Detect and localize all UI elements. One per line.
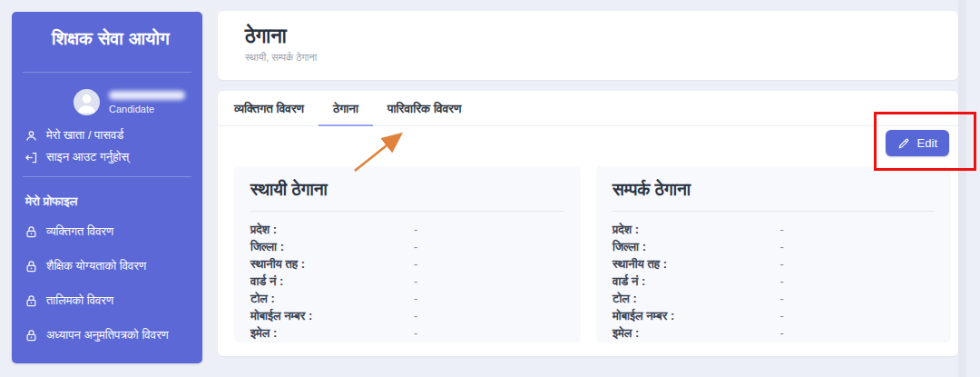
field-value: -	[414, 223, 417, 236]
field-row-email: इमेल : -	[612, 326, 935, 343]
field-label: इमेल :	[612, 326, 639, 340]
field-value: -	[780, 274, 784, 288]
page-header-card: ठेगाना स्थायी, सम्पर्क ठेगाना	[218, 11, 958, 80]
field-value: -	[414, 309, 417, 322]
person-icon	[24, 129, 38, 143]
field-value: -	[780, 257, 784, 271]
avatar	[74, 89, 100, 115]
divider	[612, 211, 935, 212]
field-label: वार्ड नं :	[250, 274, 283, 288]
field-row-tole: टोल : -	[612, 292, 935, 309]
field-row-local-level: स्थानीय तह : -	[612, 257, 935, 274]
sidebar-item-label: तालिमको विवरण	[46, 293, 113, 308]
field-value: -	[414, 292, 417, 305]
page-title: ठेगाना	[245, 23, 958, 50]
permanent-address-panel: स्थायी ठेगाना प्रदेश : - जिल्ला : - स्था…	[234, 166, 581, 342]
tab-family-details[interactable]: पारिवारिक विवरण	[373, 91, 475, 126]
edit-button[interactable]: Edit	[886, 130, 949, 156]
divider	[250, 211, 564, 212]
sidebar-item-education-details[interactable]: शैक्षिक योग्यताको विवरण	[12, 249, 202, 283]
field-label: स्थानीय तह :	[250, 257, 305, 271]
field-row-province: प्रदेश : -	[612, 223, 935, 240]
content-card: व्यक्तिगत विवरण ठेगाना पारिवारिक विवरण E…	[218, 91, 958, 356]
scrollbar-track[interactable]	[958, 0, 966, 377]
field-row-mobile: मोबाईल नम्बर : -	[612, 309, 935, 326]
user-email-redacted	[109, 91, 185, 100]
field-value: -	[414, 257, 417, 271]
field-label: टोल :	[612, 292, 637, 305]
account-menu: मेरो खाता / पासवर्ड साइन आउट गर्नुहोस्	[12, 124, 202, 168]
field-label: टोल :	[250, 292, 275, 305]
profile-menu: व्यक्तिगत विवरण शैक्षिक योग्यताको विवरण …	[12, 214, 202, 352]
user-role-label: Candidate	[109, 104, 185, 114]
field-row-province: प्रदेश : -	[250, 223, 564, 240]
sidebar-item-sign-out[interactable]: साइन आउट गर्नुहोस्	[12, 146, 202, 168]
field-row-mobile: मोबाईल नम्बर : -	[250, 309, 564, 326]
page-subtitle: स्थायी, सम्पर्क ठेगाना	[245, 52, 958, 64]
panel-title: स्थायी ठेगाना	[250, 179, 564, 201]
field-value: -	[780, 240, 784, 253]
field-row-tole: टोल : -	[250, 292, 564, 309]
sidebar-item-account-password[interactable]: मेरो खाता / पासवर्ड	[12, 124, 202, 146]
field-value: -	[414, 240, 417, 253]
sidebar-item-label: अध्यापन अनुमतिपत्रको विवरण	[46, 328, 169, 342]
user-card: Candidate	[74, 89, 191, 115]
sidebar-item-label: मेरो खाता / पासवर्ड	[46, 128, 123, 143]
sidebar-item-label: साइन आउट गर्नुहोस्	[46, 150, 129, 164]
field-label: प्रदेश :	[612, 223, 639, 236]
divider	[23, 176, 191, 177]
tab-bar: व्यक्तिगत विवरण ठेगाना पारिवारिक विवरण	[218, 91, 958, 126]
field-value: -	[414, 326, 417, 340]
sidebar-item-personal-details[interactable]: व्यक्तिगत विवरण	[12, 214, 202, 249]
field-label: जिल्ला :	[250, 240, 284, 253]
field-value: -	[780, 326, 784, 340]
lock-icon	[24, 225, 38, 239]
field-label: मोबाईल नम्बर :	[612, 309, 674, 322]
sidebar-item-teaching-license-details[interactable]: अध्यापन अनुमतिपत्रको विवरण	[12, 318, 202, 352]
sidebar-item-training-details[interactable]: तालिमको विवरण	[12, 283, 202, 318]
field-label: प्रदेश :	[250, 223, 277, 236]
contact-address-panel: सम्पर्क ठेगाना प्रदेश : - जिल्ला : - स्थ…	[596, 166, 951, 342]
sidebar-item-label: व्यक्तिगत विवरण	[46, 224, 113, 239]
sidebar: शिक्षक सेवा आयोग Candidate	[12, 12, 202, 363]
field-row-ward: वार्ड नं : -	[250, 274, 564, 292]
sidebar-section-label: मेरो प्रोफाइल	[25, 194, 202, 209]
field-value: -	[780, 309, 784, 322]
logout-icon	[24, 151, 38, 164]
edit-button-label: Edit	[917, 136, 937, 150]
lock-icon	[24, 329, 38, 342]
field-label: मोबाईल नम्बर :	[250, 309, 312, 322]
lock-icon	[24, 260, 38, 273]
page: शिक्षक सेवा आयोग Candidate	[0, 0, 980, 377]
lock-icon	[24, 294, 38, 308]
field-row-email: इमेल : -	[250, 326, 564, 343]
person-silhouette-icon	[74, 89, 100, 115]
sidebar-item-label: शैक्षिक योग्यताको विवरण	[46, 259, 146, 273]
tab-personal-details[interactable]: व्यक्तिगत विवरण	[220, 91, 318, 126]
field-value: -	[780, 292, 784, 305]
field-row-district: जिल्ला : -	[250, 240, 564, 257]
field-label: जिल्ला :	[612, 240, 646, 253]
field-row-ward: वार्ड नं : -	[612, 274, 935, 292]
pencil-icon	[897, 137, 910, 150]
field-row-local-level: स्थानीय तह : -	[250, 257, 564, 274]
divider	[23, 72, 191, 73]
field-label: स्थानीय तह :	[612, 257, 667, 271]
field-label: इमेल :	[250, 326, 277, 340]
field-value: -	[414, 274, 417, 288]
tab-address[interactable]: ठेगाना	[318, 91, 373, 126]
field-label: वार्ड नं :	[612, 274, 645, 288]
field-value: -	[780, 223, 784, 236]
field-row-district: जिल्ला : -	[612, 240, 935, 257]
panel-title: सम्पर्क ठेगाना	[612, 179, 935, 201]
app-title: शिक्षक सेवा आयोग	[52, 25, 191, 51]
